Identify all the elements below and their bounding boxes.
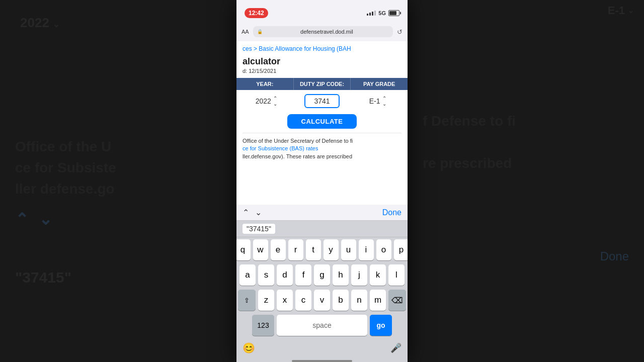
browser-bar: AA 🔒 defensetravel.dod.mil ↺ <box>236 22 408 41</box>
key-n[interactable]: n <box>351 290 367 311</box>
status-right: 5G <box>367 10 399 16</box>
zip-input-cell <box>296 94 348 108</box>
keyboard-row-1: q w e r t y u i o p <box>238 239 406 260</box>
autocomplete-bar: "37415" <box>236 221 408 237</box>
toolbar-arrows: ⌃ ⌄ <box>243 208 262 217</box>
key-v[interactable]: v <box>314 290 330 311</box>
key-z[interactable]: z <box>258 290 274 311</box>
key-m[interactable]: m <box>370 290 386 311</box>
go-key[interactable]: go <box>370 315 392 336</box>
key-k[interactable]: k <box>370 264 386 286</box>
key-a[interactable]: a <box>239 264 256 286</box>
battery-icon <box>388 10 399 16</box>
grade-value: E-1 <box>369 97 380 105</box>
key-r[interactable]: r <box>288 239 303 260</box>
key-j[interactable]: j <box>351 264 367 286</box>
grade-column-header: PAY GRADE <box>351 78 408 90</box>
page-content: ces > Basic Allowance for Housing (BAH a… <box>236 41 408 205</box>
year-chevron-icon: ⌃⌄ <box>273 96 277 107</box>
key-h[interactable]: h <box>333 264 349 286</box>
phone-frame: 12:42 5G AA 🔒 defensetravel.dod.mil <box>236 0 408 362</box>
key-g[interactable]: g <box>314 264 330 286</box>
signal-bar-4 <box>374 11 376 16</box>
grade-input-cell: E-1 ⌃⌄ <box>352 94 404 108</box>
year-column-header: YEAR: <box>236 78 294 90</box>
year-select[interactable]: 2022 ⌃⌄ <box>256 94 277 108</box>
delete-key[interactable]: ⌫ <box>388 290 406 311</box>
keyboard-row-2: a s d f g h j k l <box>238 264 406 286</box>
year-input-cell: 2022 ⌃⌄ <box>240 94 292 108</box>
key-t[interactable]: t <box>306 239 321 260</box>
toolbar-down-arrow[interactable]: ⌄ <box>255 208 262 217</box>
shift-key[interactable]: ⇧ <box>238 290 256 311</box>
key-d[interactable]: d <box>277 264 293 286</box>
status-bar: 12:42 5G <box>236 0 408 22</box>
page-title-area: alculator d: 12/15/2021 <box>236 54 408 78</box>
autocomplete-suggestion[interactable]: "37415" <box>243 224 275 234</box>
year-value: 2022 <box>256 97 271 105</box>
battery-fill <box>389 11 396 15</box>
network-type: 5G <box>378 10 386 16</box>
grade-select[interactable]: E-1 ⌃⌄ <box>369 94 386 108</box>
zip-input[interactable] <box>304 94 340 108</box>
body-text-line1: Office of the Under Secretary of Defense… <box>243 138 353 144</box>
key-q[interactable]: q <box>236 239 251 260</box>
emoji-key[interactable]: 😊 <box>243 342 255 354</box>
mic-key[interactable]: 🎤 <box>390 342 401 353</box>
key-u[interactable]: u <box>341 239 356 260</box>
calculator-header: YEAR: DUTY ZIP CODE: PAY GRADE <box>236 78 408 90</box>
body-link[interactable]: ce for Subsistence (BAS) rates <box>243 145 318 151</box>
space-key[interactable]: space <box>277 315 367 336</box>
key-p[interactable]: p <box>394 239 408 260</box>
keyboard-row-3: ⇧ z x c v b n m ⌫ <box>238 290 406 311</box>
numbers-key[interactable]: 123 <box>252 315 274 336</box>
grade-chevron-icon: ⌃⌄ <box>382 96 386 107</box>
key-s[interactable]: s <box>258 264 274 286</box>
signal-bar-3 <box>372 12 373 16</box>
breadcrumb[interactable]: ces > Basic Allowance for Housing (BAH <box>236 41 408 54</box>
body-text: Office of the Under Secretary of Defense… <box>236 133 408 164</box>
signal-bar-2 <box>369 13 371 16</box>
key-b[interactable]: b <box>333 290 349 311</box>
key-c[interactable]: c <box>295 290 311 311</box>
keyboard-row-4: 123 space go <box>238 315 406 336</box>
body-text-line2: ller.defense.gov). These rates are presc… <box>243 153 352 159</box>
key-o[interactable]: o <box>376 239 391 260</box>
key-i[interactable]: i <box>359 239 374 260</box>
toolbar-up-arrow[interactable]: ⌃ <box>243 208 249 217</box>
signal-bars <box>367 11 376 16</box>
signal-bar-1 <box>367 14 368 16</box>
calculator-inputs: 2022 ⌃⌄ E-1 ⌃⌄ <box>236 90 408 112</box>
key-l[interactable]: l <box>388 264 405 286</box>
url-bar[interactable]: 🔒 defensetravel.dod.mil <box>253 26 393 37</box>
input-toolbar: ⌃ ⌄ Done <box>236 205 408 221</box>
key-y[interactable]: y <box>324 239 339 260</box>
page-title: alculator <box>243 56 401 67</box>
keyboard-area: ⌃ ⌄ Done "37415" q w e r t y u <box>236 205 408 362</box>
zip-column-header: DUTY ZIP CODE: <box>294 78 351 90</box>
keyboard: q w e r t y u i o p a s d f g <box>236 237 408 339</box>
url-text: defensetravel.dod.mil <box>265 29 389 35</box>
refresh-icon[interactable]: ↺ <box>397 28 403 36</box>
key-x[interactable]: x <box>277 290 293 311</box>
bottom-bar: 😊 🎤 <box>236 339 408 358</box>
calculate-button[interactable]: CALCULATE <box>287 114 357 129</box>
key-e[interactable]: e <box>271 239 286 260</box>
page-updated: d: 12/15/2021 <box>243 68 401 74</box>
aa-button[interactable]: AA <box>242 29 249 35</box>
key-w[interactable]: w <box>253 239 268 260</box>
lock-icon: 🔒 <box>257 29 263 34</box>
status-time: 12:42 <box>245 8 268 18</box>
home-indicator <box>292 360 352 362</box>
key-f[interactable]: f <box>295 264 311 286</box>
toolbar-done-button[interactable]: Done <box>382 208 401 217</box>
